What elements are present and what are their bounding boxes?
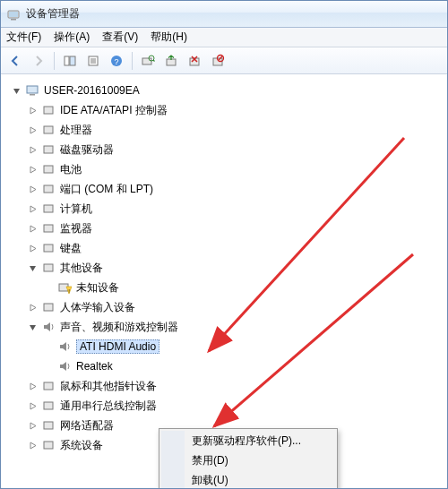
expand-icon[interactable]	[26, 143, 39, 156]
svg-rect-11	[142, 58, 151, 64]
category-icon	[41, 438, 56, 452]
category-icon	[41, 418, 56, 433]
disable-button[interactable]	[207, 50, 228, 72]
menu-file[interactable]: 文件(F)	[6, 30, 41, 45]
properties-button[interactable]	[82, 50, 104, 72]
tree-node[interactable]: 处理器	[26, 120, 447, 140]
svg-rect-22	[44, 126, 53, 133]
tree-node[interactable]: 键盘	[26, 238, 447, 258]
menubar: 文件(F) 操作(A) 查看(V) 帮助(H)	[1, 28, 447, 47]
tree-node-label: 电池	[60, 162, 82, 177]
category-icon	[41, 162, 56, 176]
svg-rect-33	[44, 382, 53, 390]
svg-rect-28	[44, 244, 53, 252]
expand-icon[interactable]	[26, 419, 39, 432]
tree-node[interactable]: 鼠标和其他指针设备	[26, 376, 447, 396]
tree-node-label: 声音、视频和游戏控制器	[60, 320, 178, 335]
expand-icon[interactable]	[26, 301, 39, 313]
menu-view[interactable]: 查看(V)	[102, 30, 138, 45]
help-button[interactable]: ?	[106, 50, 127, 72]
tree-node-label: 网络适配器	[60, 418, 114, 433]
tree-node[interactable]: 声音、视频和游戏控制器	[26, 317, 447, 337]
tree-node[interactable]: 通用串行总线控制器	[26, 396, 447, 416]
update-driver-button[interactable]	[160, 50, 182, 72]
tree-node[interactable]: 电池	[26, 159, 447, 179]
titlebar: 设备管理器	[1, 1, 447, 28]
category-icon	[41, 261, 56, 275]
device-manager-icon	[6, 7, 21, 21]
expand-icon[interactable]	[26, 399, 39, 412]
category-icon	[41, 379, 56, 393]
collapse-icon[interactable]	[26, 262, 39, 274]
svg-rect-26	[44, 205, 53, 212]
svg-rect-19	[27, 86, 38, 93]
show-console-tree-button[interactable]	[59, 50, 81, 72]
tree-node-label: 人体学输入设备	[60, 300, 135, 315]
svg-text:?: ?	[114, 57, 118, 66]
expand-icon[interactable]	[26, 104, 39, 116]
category-icon	[41, 202, 56, 216]
context-menu: 更新驱动程序软件(P)... 禁用(D) 卸载(U) 扫描检测硬件改动(A)	[159, 428, 338, 488]
svg-rect-27	[44, 225, 53, 232]
tree-node-label: 端口 (COM 和 LPT)	[60, 182, 153, 197]
tree-node[interactable]: 其他设备	[26, 258, 447, 278]
svg-rect-34	[44, 402, 53, 409]
svg-rect-35	[44, 422, 53, 429]
tree-node-label: 监视器	[60, 221, 92, 236]
tree-root-label: USER-20161009EA	[44, 84, 140, 97]
scan-hardware-button[interactable]	[137, 50, 159, 72]
expand-icon[interactable]	[26, 202, 39, 215]
tree-node[interactable]: 监视器	[26, 219, 447, 238]
svg-rect-32	[44, 304, 53, 311]
svg-line-13	[153, 60, 155, 62]
category-icon	[41, 241, 56, 255]
expand-icon[interactable]	[26, 124, 39, 136]
tree-node[interactable]: 磁盘驱动器	[26, 140, 447, 159]
expand-icon[interactable]	[26, 380, 39, 392]
menu-action[interactable]: 操作(A)	[54, 30, 90, 45]
device-icon	[57, 339, 72, 354]
tree-node[interactable]: IDE ATA/ATAPI 控制器	[26, 100, 447, 120]
tree-node[interactable]: !未知设备	[42, 278, 447, 297]
cm-disable[interactable]: 禁用(D)	[161, 450, 335, 470]
tree-node[interactable]: 计算机	[26, 199, 447, 219]
tree-node-label: 磁盘驱动器	[60, 142, 114, 158]
tree-node-label: 键盘	[60, 241, 82, 256]
tree-node-label: 处理器	[60, 123, 92, 138]
svg-rect-3	[65, 56, 69, 65]
collapse-icon[interactable]	[10, 84, 22, 97]
expand-icon[interactable]	[26, 242, 39, 254]
svg-rect-25	[44, 185, 53, 193]
svg-rect-2	[11, 19, 16, 21]
svg-rect-36	[44, 442, 53, 449]
tree-node-label: 鼠标和其他指针设备	[60, 379, 157, 394]
back-button[interactable]	[4, 50, 26, 72]
forward-button[interactable]	[28, 50, 49, 72]
content-pane: USER-20161009EA IDE ATA/ATAPI 控制器处理器磁盘驱动…	[1, 74, 447, 488]
category-icon	[41, 300, 56, 314]
tree-node-label: 系统设备	[60, 438, 103, 453]
svg-rect-4	[70, 56, 75, 65]
cm-update-driver[interactable]: 更新驱动程序软件(P)...	[161, 431, 335, 450]
tree-node[interactable]: 端口 (COM 和 LPT)	[26, 179, 447, 199]
expand-icon[interactable]	[26, 183, 39, 195]
uninstall-button[interactable]	[184, 50, 205, 72]
svg-rect-24	[44, 166, 53, 173]
tree-root[interactable]: USER-20161009EA	[10, 81, 447, 100]
svg-rect-23	[44, 146, 53, 153]
category-icon	[41, 182, 56, 196]
svg-rect-1	[9, 12, 18, 17]
tree-node[interactable]: 人体学输入设备	[26, 297, 447, 317]
svg-rect-29	[44, 264, 53, 271]
expand-icon[interactable]	[26, 439, 39, 451]
expand-icon[interactable]	[26, 222, 39, 235]
tree-node[interactable]: Realtek	[42, 356, 447, 376]
collapse-icon[interactable]	[26, 321, 39, 333]
cm-uninstall[interactable]: 卸载(U)	[161, 470, 335, 488]
menu-help[interactable]: 帮助(H)	[151, 30, 187, 45]
tree-node[interactable]: ATI HDMI Audio	[42, 337, 447, 356]
device-icon	[57, 359, 72, 373]
expand-icon[interactable]	[26, 163, 39, 176]
svg-rect-21	[44, 107, 53, 114]
device-tree[interactable]: USER-20161009EA IDE ATA/ATAPI 控制器处理器磁盘驱动…	[1, 75, 447, 460]
